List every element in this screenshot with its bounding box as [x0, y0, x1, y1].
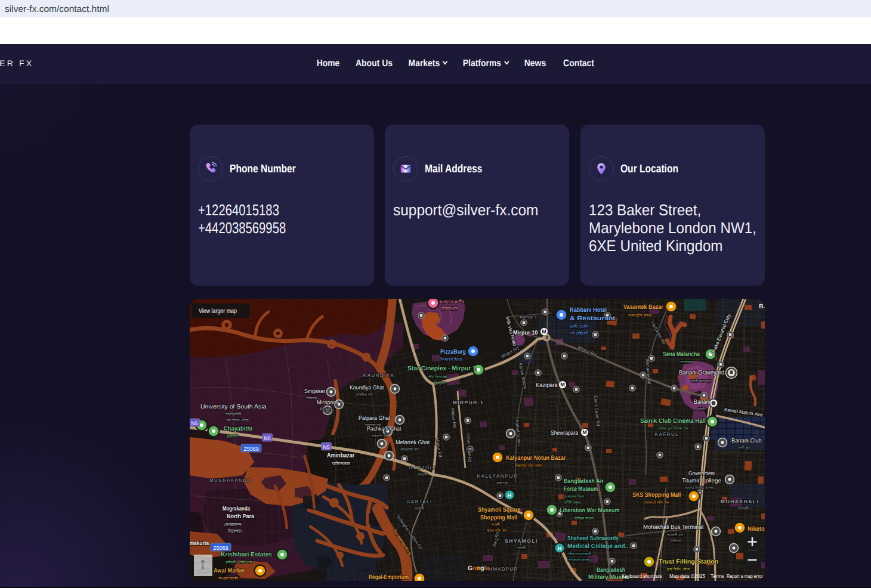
svg-text:Titumir College: Titumir College [682, 478, 721, 484]
svg-text:Aminbazar: Aminbazar [327, 452, 355, 459]
svg-text:টার্মিনাল: টার্মিনাল [670, 539, 681, 543]
svg-text:পাচকানি ঘাট: পাচকানি ঘাট [372, 434, 388, 438]
svg-text:মুক্তিযুদ্ধ জাদুঘর: মুক্তিযুদ্ধ জাদুঘর [574, 516, 594, 521]
svg-text:& Restaurant: & Restaurant [570, 315, 616, 322]
svg-text:বাংলাদেশ জাতীয়: বাংলাদেশ জাতীয় [438, 299, 465, 305]
svg-text:KALLYANPUR: KALLYANPUR [477, 473, 518, 479]
svg-text:বনানী কবর স্থান: বনানী কবর স্থান [690, 379, 711, 383]
svg-text:চিড়িয়াখানা: চিড়িয়াখানা [441, 305, 458, 311]
svg-text:Trust Filling Station: Trust Filling Station [659, 558, 718, 565]
svg-text:University of South Asia: University of South Asia [200, 404, 267, 410]
svg-text:উত্তরপাড়া: উত্তরপাড়া [227, 528, 242, 534]
svg-text:Banani: Banani [694, 399, 711, 406]
svg-text:Mograkanda: Mograkanda [223, 506, 250, 512]
svg-text:MIRPUR-1: MIRPUR-1 [453, 400, 484, 406]
svg-text:Kaundiya Ghat: Kaundiya Ghat [350, 385, 384, 391]
svg-text:Z5069: Z5069 [243, 446, 259, 452]
svg-text:মেডিক্যাল কলেজ ও: মেডিক্যাল কলেজ ও [567, 558, 593, 562]
svg-text:View larger map: View larger map [199, 308, 237, 315]
svg-text:আমিনবাজার: আমিনবাজার [331, 460, 350, 466]
svg-text:শহীদ সোহরাওয়ার্দী: শহীদ সোহরাওয়ার্দী [567, 552, 592, 556]
svg-text:North Para: North Para [227, 513, 254, 520]
svg-text:মিরপুর ১: মিরপুর ১ [434, 380, 446, 385]
svg-text:Mohakhali Bus Terminal: Mohakhali Bus Terminal [643, 524, 703, 531]
svg-text:মহাখালী: মহাখালী [737, 506, 749, 511]
svg-text:KAFRUL: KAFRUL [655, 432, 679, 437]
svg-text:M: M [560, 382, 565, 388]
svg-text:সৈনিক ক্লাব সিনেমা হল: সৈনিক ক্লাব সিনেমা হল [657, 426, 688, 431]
svg-text:M: M [582, 429, 587, 435]
svg-text:Terms: Terms [711, 573, 724, 579]
svg-text:Mirapara: Mirapara [317, 400, 338, 406]
svg-text:মহাখালী বাস: মহাখালী বাস [666, 533, 684, 537]
svg-text:GABTOLI: GABTOLI [409, 465, 436, 471]
svg-text:Government: Government [688, 471, 715, 477]
svg-text:B.: B. [759, 303, 765, 310]
svg-text:ট্রাস্ট ফিলিং স্টেশন: ট্রাস্ট ফিলিং স্টেশন [666, 567, 691, 572]
svg-text:makurta: makurta [190, 540, 209, 547]
svg-text:Vasantek Bazar: Vasantek Bazar [623, 304, 663, 311]
svg-text:N5: N5 [264, 435, 271, 441]
svg-text:Rabbani Hotel: Rabbani Hotel [570, 307, 607, 314]
svg-text:Sena Malancha: Sena Malancha [663, 351, 700, 358]
svg-text:গাবতলী: গাবতলী [418, 472, 428, 477]
svg-text:Google: Google [468, 565, 489, 572]
svg-text:Sainik Club Cinema Hall: Sainik Club Cinema Hall [640, 417, 706, 425]
svg-text:Force Museum: Force Museum [564, 485, 598, 493]
svg-text:Chayabithi: Chayabithi [224, 425, 252, 432]
svg-text:কল্যাণপুর: কল্যাণপুর [496, 481, 508, 485]
svg-text:GABTALI: GABTALI [406, 499, 433, 505]
svg-text:PizzaBurg: PizzaBurg [440, 348, 466, 355]
svg-text:Report a map error: Report a map error [727, 573, 763, 579]
svg-text:Map data ©2025: Map data ©2025 [669, 573, 705, 579]
svg-text:Regal-Emporium: Regal-Emporium [369, 574, 409, 581]
svg-text:সরকারি তিতুমীর কলেজ: সরকারি তিতুমীর কলেজ [684, 485, 714, 490]
svg-text:Z5069: Z5069 [213, 545, 228, 551]
svg-text:মেলারটেক ঘাট: মেলারটেক ঘাট [400, 447, 418, 452]
svg-text:মোগরাকান্দা: মোগরাকান্দা [224, 522, 242, 527]
svg-text:Melartek Ghat: Melartek Ghat [396, 440, 430, 446]
svg-text:SHYAMOLI: SHYAMOLI [505, 538, 538, 544]
svg-text:Palpara Ghat: Palpara Ghat [359, 415, 390, 422]
svg-text:Niketo: Niketo [748, 525, 765, 533]
svg-text:Pachkani Ghat: Pachkani Ghat [367, 426, 401, 432]
svg-text:Shaheed Suhrawardy: Shaheed Suhrawardy [567, 535, 619, 542]
svg-text:KAUNDIYA: KAUNDIYA [363, 373, 394, 378]
svg-text:স্টার সিনেপ্লেক্স: স্টার সিনেপ্লেক্স [428, 375, 447, 379]
svg-text:SKS Shopping Mall: SKS Shopping Mall [632, 491, 681, 499]
svg-text:N5: N5 [191, 420, 198, 426]
svg-text:MUGRAKANDA: MUGRAKANDA [209, 478, 251, 483]
svg-text:Kalyanpur Notun Bazar: Kalyanpur Notun Bazar [506, 454, 566, 462]
svg-text:Banani Club: Banani Club [731, 438, 762, 444]
svg-text:বনানী ক্লাব: বনানী ক্লাব [737, 445, 750, 450]
svg-text:এসকেএস শপিং মল: এসকেএস শপিং মল [643, 500, 669, 505]
svg-text:Banani Graveyard: Banani Graveyard [679, 369, 725, 376]
svg-text:Shyamoli Square: Shyamoli Square [478, 506, 521, 513]
svg-text:Kazipara: Kazipara [536, 382, 558, 389]
svg-text:H: H [558, 546, 562, 552]
svg-text:MMADPUR: MMADPUR [488, 566, 518, 572]
svg-text:Mirpur 10: Mirpur 10 [513, 330, 538, 336]
svg-text:পিৎজাবার্গ মিরপুর: পিৎজাবার্গ মিরপুর [440, 357, 462, 362]
svg-text:Shewrapara: Shewrapara [551, 430, 578, 437]
svg-text:MOHAKHALI: MOHAKHALI [721, 499, 759, 505]
svg-text:সিঙ্গাসার: সিঙ্গাসার [306, 396, 317, 401]
svg-text:বনানী: বনানী [697, 407, 705, 411]
svg-text:কল্যাণপুর নতুন বাজার: কল্যাণপুর নতুন বাজার [514, 463, 542, 468]
svg-text:Awal Market: Awal Market [214, 567, 245, 574]
svg-text:কাউন্ডিয়া ঘাট: কাউন্ডিয়া ঘাট [355, 392, 373, 397]
svg-text:আওয়াল মার্কেট: আওয়াল মার্কেট [218, 576, 238, 581]
svg-text:শ্যামলী: শ্যামলী [517, 546, 527, 550]
svg-text:অব সাউথ এশিয়া: অব সাউথ এশিয়া [226, 418, 249, 423]
svg-text:Keyboard shortcuts: Keyboard shortcuts [622, 573, 662, 579]
svg-text:শ্যামলী: শ্যামলী [491, 522, 501, 527]
svg-text:ভাষানটেক বাজার: ভাষানটেক বাজার [628, 312, 652, 318]
svg-text:Liberation War Museum: Liberation War Museum [560, 507, 619, 514]
svg-text:M: M [542, 329, 546, 335]
svg-text:ছায়াবীথি: ছায়াবীথি [226, 434, 238, 439]
svg-text:Star Cineplex - Mirpur 1: Star Cineplex - Mirpur 1 [407, 365, 476, 372]
svg-text:Medical College and...: Medical College and... [567, 543, 630, 550]
svg-text:বাহিনী যাদুঘর: বাহিনী যাদুঘর [563, 500, 581, 505]
svg-text:Krishibari Estates: Krishibari Estates [221, 551, 272, 558]
svg-text:ইউনিভার্সিটি: ইউনিভার্সিটি [225, 412, 242, 417]
